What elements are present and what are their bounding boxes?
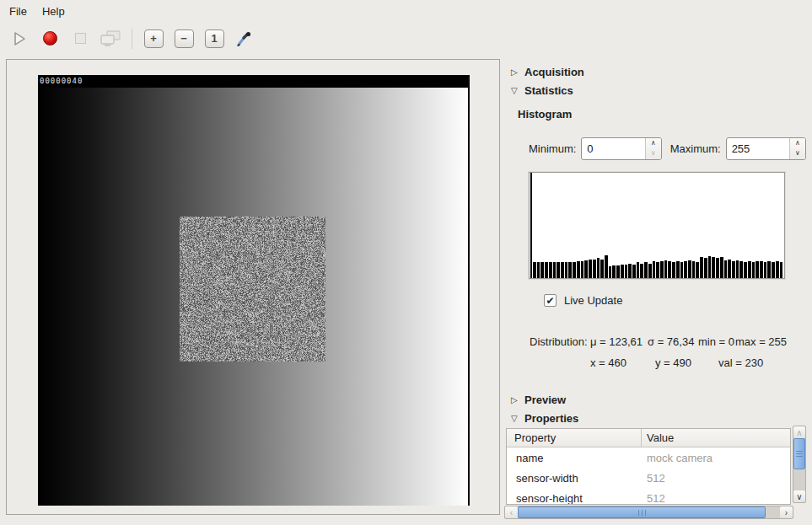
distribution-stats-line: Distribution: μ = 123,61 σ = 76,34 min =… bbox=[506, 335, 806, 349]
histogram-bar bbox=[748, 261, 751, 278]
histogram-bar bbox=[653, 261, 656, 278]
minimum-spin-arrows: ∧ ∨ bbox=[645, 138, 661, 159]
zoom-in-button[interactable]: + bbox=[141, 26, 166, 51]
maximum-label: Maximum: bbox=[670, 142, 721, 155]
histogram-bar bbox=[533, 262, 536, 278]
expander-properties[interactable]: ▽ Properties bbox=[506, 409, 806, 427]
minimum-input[interactable] bbox=[582, 138, 644, 159]
histogram-bar bbox=[644, 262, 648, 278]
maximum-spin-arrows: ∧ ∨ bbox=[789, 138, 805, 159]
histogram-bar bbox=[612, 265, 616, 278]
horizontal-scrollbar-thumb[interactable] bbox=[518, 506, 766, 518]
maximum-input[interactable] bbox=[727, 138, 789, 159]
distribution-min: min = 0 bbox=[698, 335, 734, 348]
distribution-mean: μ = 123,61 bbox=[590, 335, 643, 348]
histogram-bar bbox=[600, 260, 604, 279]
menubar: File Help bbox=[0, 0, 812, 23]
minimum-spinbox: ∧ ∨ bbox=[581, 137, 661, 160]
histogram-bar bbox=[621, 265, 624, 278]
histogram-bar bbox=[597, 258, 600, 278]
properties-vertical-scrollbar[interactable]: ∧ ∨ bbox=[793, 426, 806, 503]
zoom-normal-icon: 1 bbox=[205, 29, 224, 48]
noise-region[interactable] bbox=[180, 217, 325, 362]
live-update-row[interactable]: ✔ Live Update bbox=[544, 294, 622, 307]
menu-help[interactable]: Help bbox=[35, 0, 73, 23]
histogram-bar bbox=[712, 257, 715, 278]
histogram-bar bbox=[672, 262, 675, 278]
expander-statistics[interactable]: ▽ Statistics bbox=[506, 81, 806, 99]
expander-preview[interactable]: ▷ Preview bbox=[506, 390, 806, 409]
property-value: 512 bbox=[642, 492, 790, 505]
live-update-checkbox[interactable]: ✔ bbox=[544, 294, 557, 307]
histogram-bar bbox=[752, 262, 756, 278]
histogram-bar bbox=[593, 260, 596, 279]
checkmark-icon: ✔ bbox=[546, 296, 554, 306]
property-value: mock camera bbox=[642, 452, 790, 464]
histogram-bar bbox=[776, 261, 779, 278]
zoom-out-button[interactable]: − bbox=[171, 26, 196, 51]
histogram-heading: Histogram bbox=[518, 108, 572, 121]
pixel-value: val = 230 bbox=[718, 356, 763, 369]
histogram-bar bbox=[728, 260, 731, 279]
histogram-bar bbox=[724, 260, 728, 278]
histogram-bar bbox=[700, 257, 703, 278]
chevron-right-icon: ▷ bbox=[506, 395, 518, 404]
chevron-right-icon: ▷ bbox=[506, 67, 518, 77]
expander-acquisition[interactable]: ▷ Acquisition bbox=[506, 62, 806, 81]
histogram-bar bbox=[640, 264, 643, 279]
spin-up-icon[interactable]: ∧ bbox=[790, 138, 805, 149]
camera-image[interactable]: 00000040 bbox=[38, 75, 470, 506]
scroll-down-icon[interactable]: ∨ bbox=[793, 490, 805, 502]
histogram-plot bbox=[529, 172, 785, 279]
properties-table-header: Property Value bbox=[507, 429, 790, 447]
table-row[interactable]: sensor-width 512 bbox=[507, 468, 790, 488]
panel-horizontal-scrollbar[interactable]: ‹ › bbox=[504, 506, 793, 519]
vertical-scrollbar-track[interactable] bbox=[793, 469, 805, 490]
displays-icon bbox=[99, 29, 121, 48]
camera-control-window: { "menu": { "items": [ { "label": "File"… bbox=[0, 0, 812, 525]
histogram-bar bbox=[684, 261, 687, 278]
image-right-edge bbox=[468, 75, 470, 506]
menu-file[interactable]: File bbox=[2, 0, 35, 23]
histogram-bar bbox=[573, 262, 576, 278]
histogram-bar bbox=[616, 265, 620, 278]
toolbar: + − 1 bbox=[0, 23, 262, 54]
spin-down-icon: ∨ bbox=[646, 148, 661, 159]
scroll-up-icon[interactable]: ∧ bbox=[793, 426, 805, 438]
histogram-bar bbox=[584, 260, 588, 278]
spin-up-icon[interactable]: ∧ bbox=[646, 138, 661, 149]
record-button[interactable] bbox=[37, 26, 62, 51]
histogram-bar bbox=[557, 262, 560, 278]
table-row[interactable]: sensor-height 512 bbox=[507, 488, 790, 505]
column-header-value[interactable]: Value bbox=[642, 429, 790, 447]
expander-properties-label: Properties bbox=[518, 412, 578, 425]
histogram-bar bbox=[664, 260, 668, 278]
histogram-bar bbox=[767, 261, 771, 278]
table-row[interactable]: name mock camera bbox=[507, 447, 790, 468]
scroll-right-icon[interactable]: › bbox=[780, 506, 793, 518]
pixel-stats-line: x = 460 y = 490 val = 230 bbox=[506, 356, 806, 370]
stop-icon bbox=[75, 33, 86, 44]
zoom-in-icon: + bbox=[144, 29, 164, 48]
property-name: sensor-height bbox=[507, 492, 642, 505]
column-header-property[interactable]: Property bbox=[507, 429, 642, 447]
distribution-max: max = 255 bbox=[735, 335, 787, 348]
zoom-normal-button[interactable]: 1 bbox=[202, 26, 227, 51]
property-name: sensor-width bbox=[507, 472, 642, 485]
chevron-down-icon: ▽ bbox=[506, 414, 518, 423]
histogram-bar bbox=[744, 262, 747, 278]
pixel-picker-button[interactable] bbox=[232, 26, 257, 51]
spin-down-icon[interactable]: ∨ bbox=[790, 148, 805, 159]
vertical-scrollbar-thumb[interactable] bbox=[793, 438, 805, 469]
viewer-frame: 00000040 bbox=[6, 59, 500, 515]
histogram-bar bbox=[632, 265, 636, 278]
scroll-left-icon[interactable]: ‹ bbox=[505, 506, 518, 518]
horizontal-scrollbar-track[interactable] bbox=[766, 506, 780, 518]
histogram-bar bbox=[628, 264, 632, 279]
histogram-bar bbox=[637, 262, 640, 278]
histogram-bar bbox=[540, 262, 544, 278]
histogram-bar bbox=[589, 260, 592, 279]
histogram-range-row: Minimum: ∧ ∨ Maximum: ∧ ∨ bbox=[529, 137, 806, 160]
play-button[interactable] bbox=[7, 26, 32, 51]
expander-statistics-label: Statistics bbox=[518, 84, 573, 97]
